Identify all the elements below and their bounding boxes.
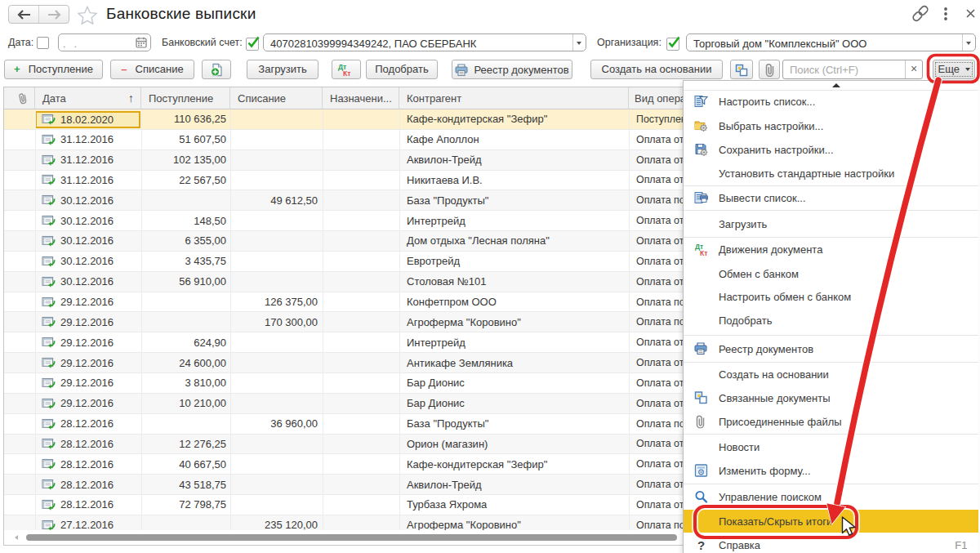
svg-text:?: ? bbox=[697, 537, 705, 551]
svg-text:Кт: Кт bbox=[343, 69, 350, 77]
svg-text:Кт: Кт bbox=[700, 249, 707, 256]
